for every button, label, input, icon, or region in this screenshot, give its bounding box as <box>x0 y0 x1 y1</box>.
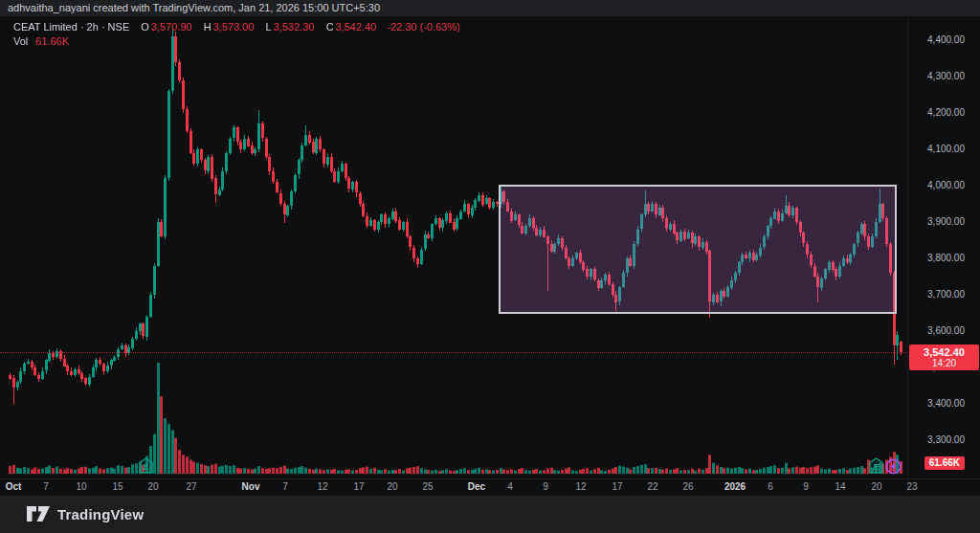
tradingview-logo-text: TradingView <box>57 506 144 522</box>
time-tick-label: 9 <box>543 481 548 493</box>
high-label: H <box>204 21 212 33</box>
tradingview-logo-icon <box>26 504 51 523</box>
open-value: 3,570.90 <box>151 21 192 33</box>
time-tick-label: 17 <box>353 481 364 493</box>
time-tick-label: 14 <box>835 481 845 493</box>
lightning-icon[interactable] <box>885 458 902 475</box>
bar-countdown: 14:20 <box>909 358 979 368</box>
tradingview-logo[interactable]: TradingView <box>26 504 144 523</box>
symbol-legend[interactable]: CEAT Limited · 2h · NSE O3,570.90 H3,573… <box>13 20 460 48</box>
legend-ohlc-row: CEAT Limited · 2h · NSE O3,570.90 H3,573… <box>13 20 460 33</box>
price-tick-label: 3,700.00 <box>927 290 965 300</box>
volume-label: Vol <box>13 35 28 47</box>
time-tick-label: 7 <box>282 481 288 493</box>
price-tick-label: 4,000.00 <box>927 181 965 190</box>
price-tick-label: 3,600.00 <box>927 326 965 336</box>
last-price-badge: 3,542.40 14:20 <box>909 344 979 370</box>
low-label: L <box>266 21 272 33</box>
legend-volume-row: Vol 61.66K <box>13 34 460 48</box>
price-tick-label: 3,900.00 <box>927 217 965 227</box>
time-tick-label: 27 <box>186 481 196 493</box>
last-price-line <box>0 352 907 353</box>
price-axis[interactable]: 3,542.40 14:20 61.66K 4,400.004,300.004,… <box>907 16 980 496</box>
last-price-value: 3,542.40 <box>909 346 979 358</box>
price-tick-label: 4,200.00 <box>927 108 965 118</box>
price-tick-label: 4,100.00 <box>927 144 965 154</box>
candlestick-chart-canvas[interactable] <box>0 16 907 478</box>
time-tick-label: Nov <box>242 481 260 493</box>
time-tick-label: 2026 <box>724 481 746 493</box>
time-tick-label: 12 <box>317 481 327 493</box>
earnings-icon[interactable]: E <box>869 457 883 474</box>
time-tick-label: 17 <box>612 481 622 493</box>
time-tick-label: 15 <box>112 481 122 493</box>
time-tick-label: 26 <box>682 481 693 493</box>
price-tick-label: 3,300.00 <box>927 435 965 445</box>
svg-text:E: E <box>873 462 879 472</box>
time-tick-label: 22 <box>647 481 657 493</box>
time-tick-label: 9 <box>803 481 809 493</box>
time-tick-label: 7 <box>43 481 49 493</box>
close-value: 3,542.40 <box>336 21 377 33</box>
time-tick-label: Oct <box>6 481 22 493</box>
time-tick-label: 25 <box>422 481 433 493</box>
open-label: O <box>141 21 149 33</box>
time-tick-label: Dec <box>468 481 485 493</box>
price-tick-label: 4,400.00 <box>927 35 965 45</box>
price-tick-label: 3,400.00 <box>927 399 965 409</box>
time-tick-label: 23 <box>906 481 917 493</box>
volume-badge: 61.66K <box>924 456 965 470</box>
price-tick-label: 3,800.00 <box>927 254 965 263</box>
svg-text:E: E <box>143 462 148 472</box>
time-tick-label: 20 <box>147 481 158 493</box>
time-tick-label: 12 <box>575 481 586 493</box>
watermark-bar: adhvaitha_nayani created with TradingVie… <box>0 0 980 16</box>
low-value: 3,532.30 <box>274 21 315 33</box>
watermark-text: adhvaitha_nayani created with TradingVie… <box>8 2 380 13</box>
change-value: -22.30 (-0.63%) <box>387 21 459 33</box>
time-tick-label: 10 <box>76 481 86 493</box>
volume-value: 61.66K <box>35 35 69 47</box>
earnings-icon[interactable]: E <box>139 457 153 474</box>
bottom-bar: TradingView <box>0 496 980 533</box>
time-tick-label: 4 <box>507 481 513 493</box>
price-tick-label: 4,300.00 <box>927 72 965 81</box>
close-label: C <box>326 21 334 33</box>
time-tick-label: 20 <box>387 481 397 493</box>
symbol-title[interactable]: CEAT Limited · 2h · NSE <box>13 21 129 33</box>
high-value: 3,573.00 <box>213 21 255 33</box>
time-tick-label: 20 <box>871 481 881 493</box>
tradingview-chart-window: adhvaitha_nayani created with TradingVie… <box>0 0 980 533</box>
time-tick-label: 6 <box>768 481 773 493</box>
time-axis[interactable]: Oct710152027Nov712172025Dec4912172226202… <box>0 478 980 496</box>
